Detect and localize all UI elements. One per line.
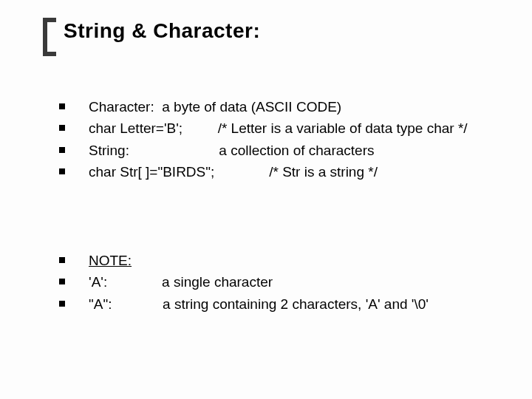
bullet-text: char Letter='B'; /* Letter is a variable… [89, 117, 468, 139]
list-item: String: a collection of characters [59, 140, 510, 161]
square-bullet-icon [59, 168, 65, 174]
list-item: char Letter='B'; /* Letter is a variable… [59, 117, 510, 139]
content-area: Character: a byte of data (ASCII CODE) c… [59, 96, 510, 315]
square-bullet-icon [59, 301, 65, 307]
bullet-text: "A": a string containing 2 characters, '… [89, 293, 429, 315]
bullet-text: Character: a byte of data (ASCII CODE) [89, 96, 341, 117]
square-bullet-icon [59, 257, 65, 263]
list-item: "A": a string containing 2 characters, '… [59, 293, 510, 315]
square-bullet-icon [59, 125, 65, 131]
list-item: NOTE: [59, 250, 510, 271]
square-bullet-icon [59, 103, 65, 109]
bullet-text: String: a collection of characters [89, 140, 375, 161]
list-item: 'A': a single character [59, 271, 510, 293]
title-bracket-icon [43, 18, 56, 56]
list-item: Character: a byte of data (ASCII CODE) [59, 96, 510, 117]
slide: String & Character: Character: a byte of… [0, 0, 532, 399]
note-label: NOTE: [89, 250, 132, 271]
list-item: char Str[ ]="BIRDS"; /* Str is a string … [59, 161, 510, 183]
note-group: NOTE: 'A': a single character "A": a str… [59, 250, 510, 315]
title-area: String & Character: [43, 13, 516, 58]
slide-title: String & Character: [64, 19, 260, 43]
square-bullet-icon [59, 279, 65, 284]
square-bullet-icon [59, 147, 65, 153]
bullet-text: char Str[ ]="BIRDS"; /* Str is a string … [89, 161, 378, 183]
bullet-text: 'A': a single character [89, 271, 273, 293]
